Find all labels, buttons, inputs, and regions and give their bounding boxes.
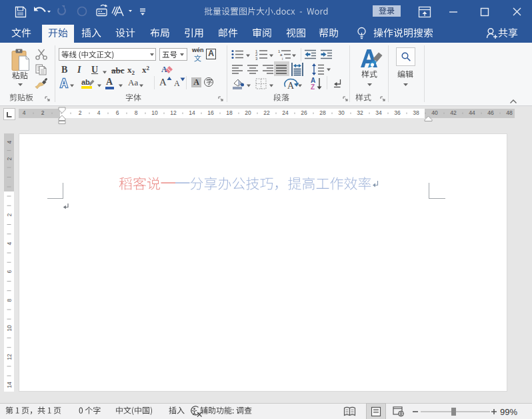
svg-text:ab: ab <box>81 78 90 86</box>
svg-text:3: 3 <box>255 57 258 61</box>
svg-text:i: i <box>282 57 283 61</box>
svg-text:A: A <box>287 81 295 91</box>
svg-text:Z: Z <box>311 83 315 90</box>
